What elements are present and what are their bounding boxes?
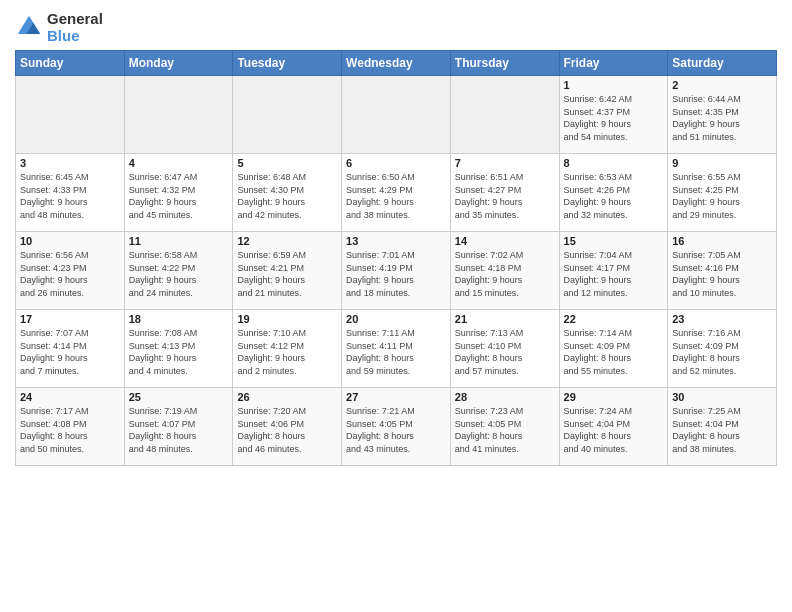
day-number: 19 xyxy=(237,313,337,325)
calendar-cell: 4Sunrise: 6:47 AM Sunset: 4:32 PM Daylig… xyxy=(124,154,233,232)
day-info: Sunrise: 6:53 AM Sunset: 4:26 PM Dayligh… xyxy=(564,171,664,221)
week-row-1: 1Sunrise: 6:42 AM Sunset: 4:37 PM Daylig… xyxy=(16,76,777,154)
day-number: 20 xyxy=(346,313,446,325)
calendar-cell: 17Sunrise: 7:07 AM Sunset: 4:14 PM Dayli… xyxy=(16,310,125,388)
day-number: 10 xyxy=(20,235,120,247)
calendar-table: SundayMondayTuesdayWednesdayThursdayFrid… xyxy=(15,50,777,466)
weekday-header-thursday: Thursday xyxy=(450,51,559,76)
header: General Blue xyxy=(15,10,777,44)
day-number: 13 xyxy=(346,235,446,247)
day-number: 25 xyxy=(129,391,229,403)
calendar-cell: 21Sunrise: 7:13 AM Sunset: 4:10 PM Dayli… xyxy=(450,310,559,388)
day-info: Sunrise: 7:01 AM Sunset: 4:19 PM Dayligh… xyxy=(346,249,446,299)
day-info: Sunrise: 6:51 AM Sunset: 4:27 PM Dayligh… xyxy=(455,171,555,221)
day-number: 2 xyxy=(672,79,772,91)
weekday-header-wednesday: Wednesday xyxy=(342,51,451,76)
calendar-cell: 18Sunrise: 7:08 AM Sunset: 4:13 PM Dayli… xyxy=(124,310,233,388)
day-info: Sunrise: 7:21 AM Sunset: 4:05 PM Dayligh… xyxy=(346,405,446,455)
calendar-cell: 22Sunrise: 7:14 AM Sunset: 4:09 PM Dayli… xyxy=(559,310,668,388)
day-info: Sunrise: 7:17 AM Sunset: 4:08 PM Dayligh… xyxy=(20,405,120,455)
weekday-header-sunday: Sunday xyxy=(16,51,125,76)
day-number: 4 xyxy=(129,157,229,169)
calendar-cell: 5Sunrise: 6:48 AM Sunset: 4:30 PM Daylig… xyxy=(233,154,342,232)
day-info: Sunrise: 6:58 AM Sunset: 4:22 PM Dayligh… xyxy=(129,249,229,299)
calendar-cell: 29Sunrise: 7:24 AM Sunset: 4:04 PM Dayli… xyxy=(559,388,668,466)
week-row-5: 24Sunrise: 7:17 AM Sunset: 4:08 PM Dayli… xyxy=(16,388,777,466)
day-number: 6 xyxy=(346,157,446,169)
calendar-cell: 2Sunrise: 6:44 AM Sunset: 4:35 PM Daylig… xyxy=(668,76,777,154)
calendar-cell: 30Sunrise: 7:25 AM Sunset: 4:04 PM Dayli… xyxy=(668,388,777,466)
day-info: Sunrise: 7:11 AM Sunset: 4:11 PM Dayligh… xyxy=(346,327,446,377)
day-number: 16 xyxy=(672,235,772,247)
calendar-cell: 10Sunrise: 6:56 AM Sunset: 4:23 PM Dayli… xyxy=(16,232,125,310)
day-number: 24 xyxy=(20,391,120,403)
calendar-cell: 23Sunrise: 7:16 AM Sunset: 4:09 PM Dayli… xyxy=(668,310,777,388)
calendar-cell: 25Sunrise: 7:19 AM Sunset: 4:07 PM Dayli… xyxy=(124,388,233,466)
day-number: 15 xyxy=(564,235,664,247)
day-info: Sunrise: 7:07 AM Sunset: 4:14 PM Dayligh… xyxy=(20,327,120,377)
day-number: 8 xyxy=(564,157,664,169)
day-info: Sunrise: 6:47 AM Sunset: 4:32 PM Dayligh… xyxy=(129,171,229,221)
day-number: 11 xyxy=(129,235,229,247)
day-number: 26 xyxy=(237,391,337,403)
weekday-header-monday: Monday xyxy=(124,51,233,76)
day-info: Sunrise: 7:10 AM Sunset: 4:12 PM Dayligh… xyxy=(237,327,337,377)
day-number: 3 xyxy=(20,157,120,169)
day-info: Sunrise: 7:04 AM Sunset: 4:17 PM Dayligh… xyxy=(564,249,664,299)
day-info: Sunrise: 6:42 AM Sunset: 4:37 PM Dayligh… xyxy=(564,93,664,143)
day-number: 21 xyxy=(455,313,555,325)
day-number: 28 xyxy=(455,391,555,403)
calendar-cell: 11Sunrise: 6:58 AM Sunset: 4:22 PM Dayli… xyxy=(124,232,233,310)
day-info: Sunrise: 7:05 AM Sunset: 4:16 PM Dayligh… xyxy=(672,249,772,299)
day-info: Sunrise: 6:50 AM Sunset: 4:29 PM Dayligh… xyxy=(346,171,446,221)
logo-icon xyxy=(15,13,43,41)
calendar-cell: 15Sunrise: 7:04 AM Sunset: 4:17 PM Dayli… xyxy=(559,232,668,310)
day-info: Sunrise: 7:23 AM Sunset: 4:05 PM Dayligh… xyxy=(455,405,555,455)
logo: General Blue xyxy=(15,10,103,44)
calendar-cell: 9Sunrise: 6:55 AM Sunset: 4:25 PM Daylig… xyxy=(668,154,777,232)
day-info: Sunrise: 6:56 AM Sunset: 4:23 PM Dayligh… xyxy=(20,249,120,299)
weekday-header-friday: Friday xyxy=(559,51,668,76)
day-info: Sunrise: 7:08 AM Sunset: 4:13 PM Dayligh… xyxy=(129,327,229,377)
day-info: Sunrise: 6:45 AM Sunset: 4:33 PM Dayligh… xyxy=(20,171,120,221)
week-row-4: 17Sunrise: 7:07 AM Sunset: 4:14 PM Dayli… xyxy=(16,310,777,388)
day-number: 27 xyxy=(346,391,446,403)
page-container: General Blue SundayMondayTuesdayWednesda… xyxy=(0,0,792,476)
calendar-cell xyxy=(342,76,451,154)
week-row-3: 10Sunrise: 6:56 AM Sunset: 4:23 PM Dayli… xyxy=(16,232,777,310)
day-info: Sunrise: 7:02 AM Sunset: 4:18 PM Dayligh… xyxy=(455,249,555,299)
day-number: 17 xyxy=(20,313,120,325)
day-info: Sunrise: 7:20 AM Sunset: 4:06 PM Dayligh… xyxy=(237,405,337,455)
calendar-cell xyxy=(16,76,125,154)
day-info: Sunrise: 6:59 AM Sunset: 4:21 PM Dayligh… xyxy=(237,249,337,299)
calendar-cell: 13Sunrise: 7:01 AM Sunset: 4:19 PM Dayli… xyxy=(342,232,451,310)
day-number: 12 xyxy=(237,235,337,247)
calendar-cell xyxy=(450,76,559,154)
day-info: Sunrise: 7:13 AM Sunset: 4:10 PM Dayligh… xyxy=(455,327,555,377)
calendar-cell: 16Sunrise: 7:05 AM Sunset: 4:16 PM Dayli… xyxy=(668,232,777,310)
calendar-cell: 6Sunrise: 6:50 AM Sunset: 4:29 PM Daylig… xyxy=(342,154,451,232)
day-number: 5 xyxy=(237,157,337,169)
logo-text: General Blue xyxy=(47,10,103,44)
calendar-cell: 24Sunrise: 7:17 AM Sunset: 4:08 PM Dayli… xyxy=(16,388,125,466)
day-number: 22 xyxy=(564,313,664,325)
day-info: Sunrise: 6:55 AM Sunset: 4:25 PM Dayligh… xyxy=(672,171,772,221)
weekday-header-saturday: Saturday xyxy=(668,51,777,76)
day-number: 9 xyxy=(672,157,772,169)
day-number: 7 xyxy=(455,157,555,169)
day-number: 18 xyxy=(129,313,229,325)
calendar-cell: 1Sunrise: 6:42 AM Sunset: 4:37 PM Daylig… xyxy=(559,76,668,154)
day-info: Sunrise: 7:19 AM Sunset: 4:07 PM Dayligh… xyxy=(129,405,229,455)
calendar-cell: 14Sunrise: 7:02 AM Sunset: 4:18 PM Dayli… xyxy=(450,232,559,310)
calendar-cell: 3Sunrise: 6:45 AM Sunset: 4:33 PM Daylig… xyxy=(16,154,125,232)
calendar-cell: 20Sunrise: 7:11 AM Sunset: 4:11 PM Dayli… xyxy=(342,310,451,388)
day-info: Sunrise: 7:24 AM Sunset: 4:04 PM Dayligh… xyxy=(564,405,664,455)
calendar-cell: 12Sunrise: 6:59 AM Sunset: 4:21 PM Dayli… xyxy=(233,232,342,310)
day-info: Sunrise: 6:48 AM Sunset: 4:30 PM Dayligh… xyxy=(237,171,337,221)
day-info: Sunrise: 7:16 AM Sunset: 4:09 PM Dayligh… xyxy=(672,327,772,377)
day-number: 14 xyxy=(455,235,555,247)
calendar-cell: 28Sunrise: 7:23 AM Sunset: 4:05 PM Dayli… xyxy=(450,388,559,466)
weekday-header-tuesday: Tuesday xyxy=(233,51,342,76)
calendar-cell: 19Sunrise: 7:10 AM Sunset: 4:12 PM Dayli… xyxy=(233,310,342,388)
day-info: Sunrise: 7:14 AM Sunset: 4:09 PM Dayligh… xyxy=(564,327,664,377)
